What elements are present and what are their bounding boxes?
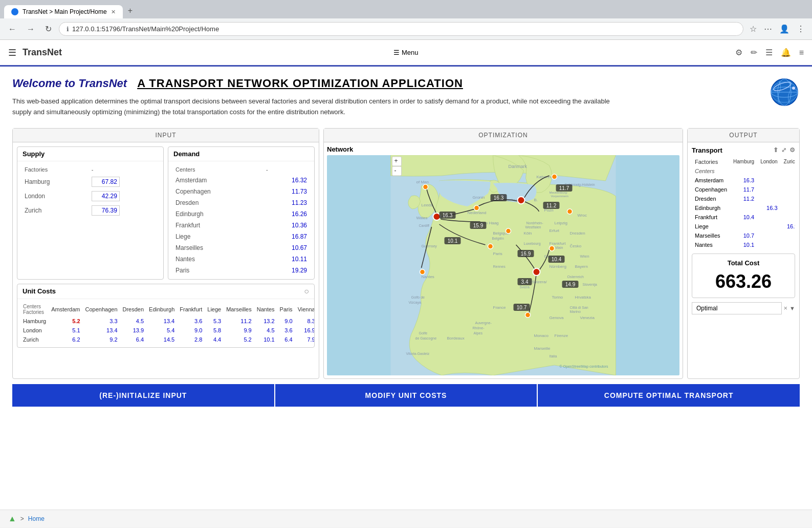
- transport-row: Marseilles10.7: [692, 231, 795, 240]
- input-panel: INPUT Supply Factories -: [12, 128, 319, 379]
- transport-col-london: London: [757, 157, 780, 166]
- transport-header-text: Transport: [692, 146, 722, 154]
- output-panel-header: OUTPUT: [688, 129, 799, 142]
- browser-settings-button[interactable]: ⋮: [795, 22, 807, 36]
- breadcrumb-home[interactable]: Home: [28, 515, 45, 522]
- output-panel: OUTPUT Transport ⬆ ⤢ ⚙ Factories: [687, 128, 800, 379]
- supply-table-wrapper: Factories - Hamburg London Zurich: [17, 161, 163, 221]
- svg-text:Vizcaya: Vizcaya: [409, 301, 421, 305]
- welcome-main-title: A TRANSPORT NETWORK OPTIMIZATION APPLICA…: [137, 77, 463, 90]
- new-tab-button[interactable]: +: [123, 3, 138, 18]
- transport-row-label: Frankfurt: [692, 213, 730, 222]
- settings-icon[interactable]: ⚙: [735, 48, 742, 57]
- refresh-button[interactable]: ↻: [42, 22, 55, 36]
- svg-text:10.7: 10.7: [517, 305, 527, 310]
- browser-more-button[interactable]: ⋯: [762, 22, 774, 36]
- transport-cell: [757, 231, 780, 240]
- svg-text:Wien: Wien: [580, 254, 589, 259]
- demand-row-label: Paris: [171, 265, 262, 276]
- map-container: Danmark København Schleswig-Holstein Mec…: [327, 155, 679, 375]
- supply-row-value[interactable]: [87, 203, 160, 218]
- svg-text:16.9: 16.9: [521, 251, 531, 257]
- svg-text:Wales: Wales: [416, 216, 428, 220]
- optimization-panel-header: OPTIMIZATION: [324, 129, 683, 142]
- svg-point-80: [506, 228, 511, 234]
- compute-optimal-transport-button[interactable]: COMPUTE OPTIMAL TRANSPORT: [538, 384, 800, 407]
- unit-costs-header: Unit Costs ○: [17, 284, 314, 299]
- unit-costs-cell: 2.8: [177, 335, 205, 344]
- svg-point-75: [533, 268, 540, 276]
- total-cost-panel: Total Cost 663.26: [692, 254, 795, 298]
- svg-text:Venezia: Venezia: [580, 315, 595, 320]
- footer: ▲ > Home: [0, 510, 812, 527]
- browser-right-icons: ☆ ⋯ 👤 ⋮: [748, 22, 807, 36]
- hamburger-menu-icon[interactable]: ☰: [8, 47, 16, 58]
- optimal-select-input[interactable]: [692, 302, 782, 314]
- unit-costs-cell: 9.0: [277, 316, 295, 326]
- transport-cell: [781, 176, 795, 185]
- top-sub-panels: Supply Factories - Hamburg: [13, 142, 319, 284]
- app-header: ☰ TransNet ☰ Menu ⚙ ✏ ☰ 🔔 ≡: [0, 40, 812, 67]
- demand-row-value: 10.67: [262, 242, 311, 254]
- unit-costs-cell: 13.4: [83, 326, 120, 335]
- edit-icon[interactable]: ✏: [751, 48, 757, 57]
- svg-text:16.3: 16.3: [494, 195, 504, 201]
- welcome-description: This web-based application determines th…: [12, 96, 626, 118]
- supply-row-value[interactable]: [87, 175, 160, 189]
- supply-row-value[interactable]: [87, 189, 160, 203]
- transport-cell: [757, 185, 780, 194]
- nav-menu[interactable]: ☰ Menu: [393, 49, 418, 56]
- reinitialize-button[interactable]: (RE-)INITIALIZE INPUT: [12, 384, 274, 407]
- svg-text:Frankfurt: Frankfurt: [550, 241, 566, 246]
- supply-row: London: [20, 189, 160, 203]
- back-button[interactable]: ←: [5, 23, 19, 36]
- svg-text:Bordeaux: Bordeaux: [447, 336, 465, 341]
- bookmark-star-button[interactable]: ☆: [748, 22, 759, 36]
- demand-row-label: Dresden: [171, 197, 262, 208]
- modify-unit-costs-button[interactable]: MODIFY UNIT COSTS: [274, 384, 538, 407]
- demand-subpanel: Demand Centers - Amsterdam: [168, 146, 315, 280]
- demand-row-value: 16.87: [262, 231, 311, 242]
- filter-icon[interactable]: ≡: [799, 48, 804, 57]
- upload-icon[interactable]: ⬆: [773, 146, 778, 154]
- demand-row-value: 16.32: [262, 175, 311, 186]
- unit-costs-cell: 3.6: [177, 316, 205, 326]
- svg-text:Marino: Marino: [570, 310, 581, 313]
- browser-account-button[interactable]: 👤: [777, 22, 792, 36]
- svg-text:Rennes: Rennes: [493, 265, 506, 268]
- menu-label: ☰ Menu: [393, 49, 418, 56]
- list-icon[interactable]: ☰: [765, 48, 773, 57]
- forward-button[interactable]: →: [24, 23, 38, 36]
- bell-icon[interactable]: 🔔: [781, 48, 791, 57]
- settings-icon[interactable]: ⚙: [789, 146, 795, 154]
- optimal-clear-button[interactable]: ×: [784, 304, 788, 312]
- svg-rect-71: [392, 166, 402, 176]
- unit-costs-cell: 5.4: [146, 326, 177, 335]
- unit-costs-cell: 13.2: [254, 316, 277, 326]
- svg-text:Dresden: Dresden: [570, 231, 585, 236]
- svg-text:Vorpommern: Vorpommern: [551, 195, 568, 198]
- address-bar[interactable]: ℹ 127.0.0.1:51796/TransNet/Main%20Projec…: [59, 22, 743, 36]
- input-panels-wrapper: Supply Factories - Hamburg: [13, 142, 319, 352]
- svg-text:11.2: 11.2: [546, 203, 557, 208]
- unit-costs-toggle[interactable]: ○: [304, 287, 309, 296]
- tab-close-button[interactable]: ✕: [111, 9, 116, 15]
- unit-costs-cell: 8.3: [295, 316, 314, 326]
- demand-row: Nantes 10.11: [171, 254, 311, 265]
- transport-row: Copenhagen11.7: [692, 185, 795, 194]
- demand-row: Paris 19.29: [171, 265, 311, 276]
- svg-text:-: -: [394, 167, 397, 174]
- transport-cell: 10.1: [730, 240, 757, 249]
- svg-text:of Man: of Man: [416, 180, 429, 184]
- unit-costs-cell: 10.1: [254, 335, 277, 344]
- unit-costs-cell: 14.5: [146, 335, 177, 344]
- supply-subpanel: Supply Factories - Hamburg: [17, 146, 164, 280]
- expand-icon[interactable]: ⤢: [781, 146, 786, 154]
- optimal-dropdown-arrow[interactable]: ▼: [789, 305, 795, 311]
- transport-cell: 16.9: [781, 222, 795, 231]
- svg-text:Genova: Genova: [550, 315, 564, 320]
- svg-text:Slovenija: Slovenija: [583, 283, 598, 287]
- transport-cell: 11.7: [730, 185, 757, 194]
- svg-text:+: +: [394, 157, 398, 164]
- unit-costs-cell: 4.4: [205, 335, 224, 344]
